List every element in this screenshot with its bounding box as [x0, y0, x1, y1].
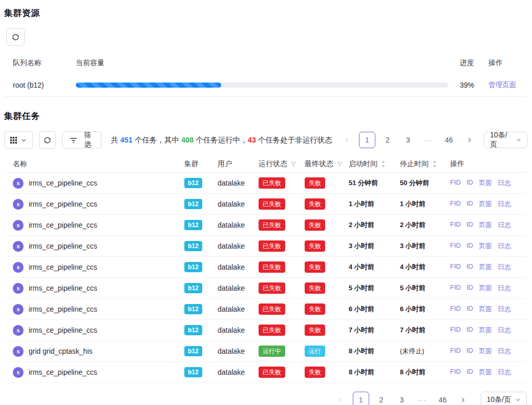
fid-link[interactable]: FID — [450, 368, 461, 377]
cluster-badge: b12 — [184, 304, 202, 314]
row-actions: FID ID 页面 日志 — [450, 241, 527, 251]
page-button-2[interactable]: 2 — [379, 132, 396, 148]
tasks-refresh-button[interactable] — [39, 131, 56, 149]
row-actions: FID ID 页面 日志 — [450, 178, 527, 188]
log-link[interactable]: 日志 — [498, 178, 511, 188]
table-row: s irms_ce_pipeline_ccs b12 datalake 已失败 … — [4, 278, 527, 299]
page-size-select[interactable]: 10条/页 — [484, 132, 527, 148]
page-button-1[interactable]: 1 — [359, 132, 375, 148]
layout-select-button[interactable] — [4, 131, 33, 149]
id-link[interactable]: ID — [466, 241, 473, 251]
page-button-1[interactable]: 1 — [353, 392, 369, 405]
page-link[interactable]: 页面 — [479, 305, 492, 314]
sorter-icon[interactable] — [432, 160, 437, 168]
progress-percent: 39% — [460, 81, 488, 89]
run-status-badge: 已失败 — [259, 367, 285, 378]
page-button-46[interactable]: 46 — [435, 392, 451, 405]
stop-time: 2 小时前 — [400, 220, 450, 230]
column-stop-time: 停止时间 — [400, 159, 450, 169]
id-link[interactable]: ID — [466, 178, 473, 188]
stop-time: 8 小时前 — [400, 368, 450, 377]
page-link[interactable]: 页面 — [479, 220, 492, 230]
pager-ellipsis[interactable]: ··· — [420, 132, 437, 148]
page-size-select[interactable]: 10条/页 — [481, 392, 527, 405]
row-actions: FID ID 页面 日志 — [450, 284, 527, 293]
stop-time: 3 小时前 — [400, 241, 450, 251]
fid-link[interactable]: FID — [450, 305, 461, 314]
tasks-toolbar: 筛选 共 451 个任务，其中 408 个任务运行中，43 个任务处于非运行状态… — [4, 131, 527, 149]
id-link[interactable]: ID — [466, 262, 473, 272]
fid-link[interactable]: FID — [450, 199, 461, 209]
resources-refresh-button[interactable] — [6, 28, 25, 46]
id-link[interactable]: ID — [466, 368, 473, 377]
log-link[interactable]: 日志 — [498, 284, 511, 293]
log-link[interactable]: 日志 — [498, 305, 511, 314]
chevron-down-icon — [21, 137, 27, 143]
page-link[interactable]: 页面 — [479, 262, 492, 272]
column-queue-name: 队列名称 — [13, 58, 76, 68]
prev-page-button[interactable]: ‹ — [338, 132, 355, 148]
task-name: irms_ce_pipeline_ccs — [29, 242, 97, 250]
final-status-badge: 失败 — [305, 219, 325, 231]
page-button-46[interactable]: 46 — [441, 132, 457, 148]
final-status-badge: 运行 — [305, 346, 325, 357]
capacity-progress-bar — [76, 83, 449, 88]
id-link[interactable]: ID — [466, 284, 473, 293]
fid-link[interactable]: FID — [450, 241, 461, 251]
run-status-badge: 已失败 — [259, 219, 285, 231]
resources-table: 队列名称 当前容量 进度 操作 root (b12) 39% 管理页面 — [4, 53, 527, 97]
id-link[interactable]: ID — [466, 326, 473, 335]
refresh-icon — [12, 33, 19, 41]
task-name: irms_ce_pipeline_ccs — [29, 263, 97, 271]
log-link[interactable]: 日志 — [498, 368, 511, 377]
row-actions: FID ID 页面 日志 — [450, 220, 527, 230]
fid-link[interactable]: FID — [450, 262, 461, 272]
run-status-badge: 运行中 — [259, 346, 285, 357]
id-link[interactable]: ID — [466, 220, 473, 230]
page-button-2[interactable]: 2 — [373, 392, 390, 405]
sorter-icon[interactable] — [381, 160, 386, 168]
summary-text: 个任务处于非运行状态 — [256, 136, 332, 144]
page-link[interactable]: 页面 — [479, 178, 492, 188]
log-link[interactable]: 日志 — [498, 326, 511, 335]
id-link[interactable]: ID — [466, 347, 473, 356]
stop-time: 4 小时前 — [400, 262, 450, 272]
table-row: s grid grid_cptask_his b12 datalake 运行中 … — [4, 341, 527, 362]
page-link[interactable]: 页面 — [479, 284, 492, 293]
page-link[interactable]: 页面 — [479, 326, 492, 335]
manage-page-link[interactable]: 管理页面 — [488, 81, 516, 89]
spark-avatar-icon: s — [13, 283, 24, 294]
page-link[interactable]: 页面 — [479, 199, 492, 209]
filter-funnel-icon[interactable] — [337, 161, 343, 167]
fid-link[interactable]: FID — [450, 347, 461, 356]
cluster-badge: b12 — [184, 262, 202, 272]
next-page-button[interactable]: › — [455, 392, 472, 405]
summary-not-running-count: 43 — [248, 136, 256, 144]
start-time: 51 分钟前 — [349, 178, 400, 188]
row-actions: FID ID 页面 日志 — [450, 305, 527, 314]
final-status-badge: 失败 — [305, 303, 325, 315]
fid-link[interactable]: FID — [450, 284, 461, 293]
cluster-badge: b12 — [184, 199, 202, 209]
task-name: irms_ce_pipeline_ccs — [29, 179, 97, 187]
filter-button[interactable]: 筛选 — [62, 131, 101, 149]
next-page-button[interactable]: › — [461, 132, 478, 148]
log-link[interactable]: 日志 — [498, 262, 511, 272]
page-button-3[interactable]: 3 — [394, 392, 410, 405]
log-link[interactable]: 日志 — [498, 220, 511, 230]
log-link[interactable]: 日志 — [498, 241, 511, 251]
filter-funnel-icon[interactable] — [291, 161, 296, 167]
fid-link[interactable]: FID — [450, 220, 461, 230]
page-button-3[interactable]: 3 — [400, 132, 416, 148]
fid-link[interactable]: FID — [450, 326, 461, 335]
page-link[interactable]: 页面 — [479, 241, 492, 251]
id-link[interactable]: ID — [466, 305, 473, 314]
log-link[interactable]: 日志 — [498, 347, 511, 356]
fid-link[interactable]: FID — [450, 178, 461, 188]
pager-ellipsis[interactable]: ··· — [414, 392, 431, 405]
page-link[interactable]: 页面 — [479, 368, 492, 377]
prev-page-button[interactable]: ‹ — [332, 392, 349, 405]
id-link[interactable]: ID — [466, 199, 473, 209]
page-link[interactable]: 页面 — [479, 347, 492, 356]
log-link[interactable]: 日志 — [498, 199, 511, 209]
